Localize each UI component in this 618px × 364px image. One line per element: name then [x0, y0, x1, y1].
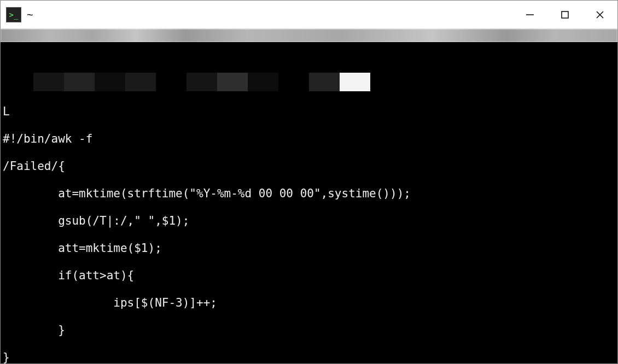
terminal-window: >_ ~ L #!/bin/awk -f /Failed/{ at=mktime…: [0, 0, 618, 364]
maximize-button[interactable]: [547, 1, 582, 29]
titlebar[interactable]: >_ ~: [1, 1, 617, 29]
code-line: }: [3, 324, 65, 337]
redacted-pixel-row: [3, 73, 615, 91]
minimize-button[interactable]: [512, 1, 547, 29]
window-controls: [512, 1, 617, 29]
terminal-body[interactable]: L #!/bin/awk -f /Failed/{ at=mktime(strf…: [1, 42, 617, 363]
code-line: att=mktime($1);: [3, 242, 162, 255]
close-button[interactable]: [582, 1, 617, 29]
code-line: #!/bin/awk -f: [3, 132, 92, 145]
maximize-icon: [560, 10, 570, 20]
code-line: }: [3, 351, 10, 363]
window-title: ~: [27, 9, 512, 21]
code-line: /Failed/{: [3, 160, 65, 173]
app-icon: >_: [6, 7, 21, 22]
code-line: at=mktime(strftime("%Y-%m-%d 00 00 00",s…: [3, 187, 411, 200]
close-icon: [595, 10, 605, 20]
redacted-strip: [1, 29, 617, 42]
code-line: if(att>at){: [3, 269, 134, 282]
terminal-icon: >_: [9, 11, 19, 19]
svg-rect-1: [562, 11, 568, 18]
code-line: ips[$(NF-3)]++;: [3, 296, 217, 309]
code-line: L: [3, 105, 10, 118]
code-line: gsub(/T|:/," ",$1);: [3, 214, 189, 227]
minimize-icon: [525, 10, 535, 20]
